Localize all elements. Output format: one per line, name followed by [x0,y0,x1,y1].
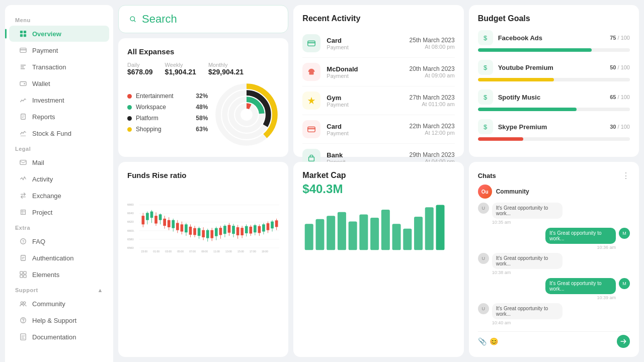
svg-rect-63 [142,216,145,224]
svg-rect-105 [232,226,235,234]
monthly-label: Monthly [208,62,244,68]
budget-item-header-3: $ Skype Premium 30 / 100 [478,119,630,134]
svg-rect-85 [189,227,192,235]
legend-item-shopping: Shopping 63% [127,126,208,133]
svg-rect-19 [22,258,24,259]
sidebar-item-documentation[interactable]: Documentation [9,329,109,345]
legend-item-entertainment: Entertainment 32% [127,93,208,100]
sidebar-item-project[interactable]: Project [9,204,109,220]
chat-avatar-3: M [619,278,630,289]
svg-rect-75 [168,220,171,227]
sidebar-label-stock-fund: Stock & Fund [32,130,71,137]
svg-rect-111 [245,226,248,233]
svg-rect-109 [240,228,244,235]
transaction-icon [19,63,27,71]
sidebar-label-transaction: Transaction [32,63,66,71]
help-icon [19,316,27,324]
chats-more-icon[interactable]: ⋮ [622,171,630,180]
funds-card: Funds Rise ratio 6660 6640 6620 6600. 65… [118,162,288,357]
sidebar-item-help-support[interactable]: Help & Support [9,312,109,328]
investment-icon [19,96,27,104]
svg-rect-113 [249,227,252,234]
support-collapse-icon[interactable]: ▲ [98,287,103,293]
svg-rect-77 [172,220,175,228]
sidebar-item-mail[interactable]: Mail [9,154,109,170]
svg-rect-81 [181,224,184,231]
weekly-value: $1,904.21 [165,68,196,76]
sidebar-label-reports: Reports [32,113,55,121]
search-input[interactable] [142,13,278,26]
activity-icon [19,175,27,183]
sidebar-label-faq: FAQ [32,238,45,245]
svg-rect-6 [21,65,26,66]
svg-rect-7 [21,66,24,67]
expenses-body: Entertainment 32% Workspace 48% Platform… [127,82,279,147]
activity-date-3: 22th March 2023 At 12:00 pm [410,123,455,136]
svg-rect-1 [24,31,26,33]
mail-icon [19,158,27,166]
activity-item-2: Gym Payment 27th March 2023 At 011:00 am [302,86,454,115]
budget-item-header-0: $ Facebook Ads 75 / 100 [478,30,630,45]
market-bar-chart [302,201,454,251]
svg-rect-149 [436,205,445,250]
search-icon [129,15,137,23]
sidebar-item-overview[interactable]: Overview [9,26,109,42]
budget-progress-label-3: 30 / 100 [610,124,630,130]
svg-text:11:00: 11:00 [213,250,220,253]
chat-bubble-4: It's Great opportunity to work... 10:40 … [492,303,562,325]
budget-item-2: $ Spotify Music 65 / 100 [478,89,630,111]
sidebar-item-stock-fund[interactable]: Stock & Fund [9,125,109,141]
sidebar-item-reports[interactable]: Reports [9,109,109,125]
documentation-icon [19,333,27,341]
svg-rect-30 [22,337,24,337]
budget-name-3: Skype Premium [498,123,605,131]
svg-rect-137 [305,224,313,250]
chat-attach-icon[interactable]: 📎 [478,337,487,345]
chat-input-row: 📎 😊 [478,331,630,348]
svg-rect-138 [316,219,325,250]
svg-rect-97 [215,228,218,236]
sidebar-item-community[interactable]: Community [9,296,109,312]
sidebar-label-community: Community [32,300,65,308]
svg-text:13:00: 13:00 [225,250,232,253]
svg-rect-11 [21,114,26,120]
daily-label: Daily [127,62,153,68]
expenses-legend: Entertainment 32% Workspace 48% Platform… [127,93,208,137]
svg-rect-119 [262,224,265,231]
chat-emoji-icon[interactable]: 😊 [490,337,498,345]
budget-title: Budget Goals [478,14,630,23]
sidebar-item-faq[interactable]: ? FAQ [9,233,109,249]
expenses-donut-chart [214,82,279,147]
monthly-value: $29,904.21 [208,68,244,76]
sidebar-label-payment: Payment [32,47,58,54]
chat-bubble-3: It's Great opportunity to work... 10:39 … [545,278,616,300]
sidebar-item-wallet[interactable]: Wallet [9,75,109,92]
svg-rect-23 [24,275,26,278]
community-label: Community [496,188,529,195]
svg-rect-93 [206,230,209,238]
sidebar-item-investment[interactable]: Investment [9,92,109,108]
svg-rect-31 [22,338,25,339]
budget-progress-label-1: 50 / 100 [610,64,630,70]
activity-item-0: Card Payment 25th March 2023 At 08:00 pm [302,29,454,58]
sidebar-item-elements[interactable]: Elements [9,266,109,283]
sidebar-label-mail: Mail [32,159,44,166]
budget-progress-bg-2 [478,108,630,111]
sidebar-item-transaction[interactable]: Transaction [9,59,109,75]
sidebar-item-activity[interactable]: Activity [9,171,109,187]
svg-point-24 [21,302,23,304]
chat-send-button[interactable] [617,335,630,348]
svg-rect-41 [308,41,315,46]
svg-point-10 [24,83,25,84]
sidebar-item-payment[interactable]: Payment [9,42,109,58]
svg-text:07:00: 07:00 [189,250,196,253]
svg-rect-115 [254,225,257,232]
sidebar-item-authentication[interactable]: Authentication [9,250,109,266]
expenses-title: All Expanses [127,47,279,56]
reports-icon [19,113,27,121]
legend-pct-workspace: 48% [196,104,208,111]
svg-rect-17 [21,255,26,261]
svg-text:23:00: 23:00 [141,250,147,253]
chats-title: Chats [478,172,496,179]
sidebar-item-exchange[interactable]: Exchange [9,188,109,204]
